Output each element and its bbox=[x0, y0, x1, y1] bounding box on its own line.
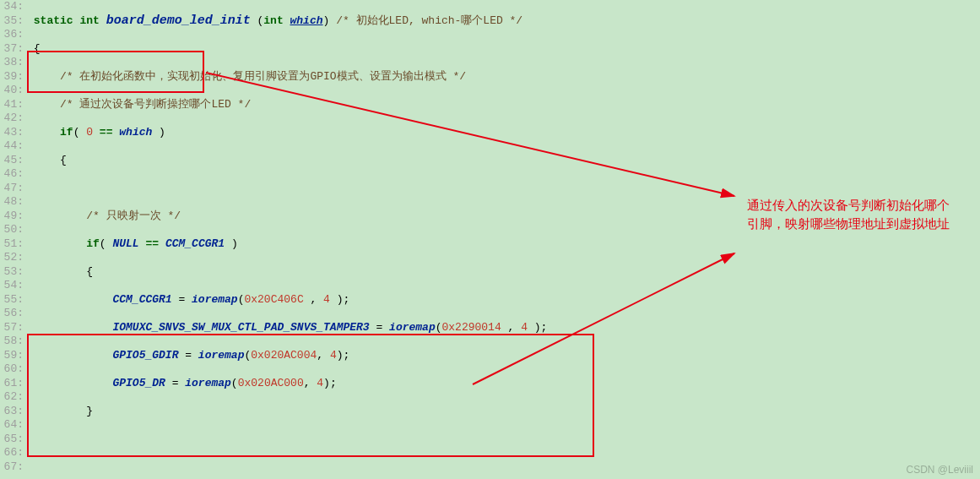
line-number: 44: bbox=[0, 139, 24, 154]
code-line: if( NULL == CCM_CCGR1 ) bbox=[27, 237, 980, 252]
line-number: 64: bbox=[0, 418, 24, 433]
line-number: 39: bbox=[0, 70, 24, 84]
code-line: } bbox=[27, 405, 980, 419]
line-number: 47: bbox=[0, 182, 24, 196]
line-number: 63: bbox=[0, 405, 24, 419]
line-number: 43: bbox=[0, 126, 24, 140]
line-number: 61: bbox=[0, 377, 24, 391]
line-number: 66: bbox=[0, 446, 24, 460]
code-line: static int board_demo_led_init (int whic… bbox=[27, 14, 980, 29]
line-number: 52: bbox=[0, 251, 24, 265]
line-number: 41: bbox=[0, 98, 24, 112]
code-line: { bbox=[27, 265, 980, 280]
line-number: 65: bbox=[0, 433, 24, 447]
code-line: GPIO5_DR = ioremap(0x020AC000, 4); bbox=[27, 377, 980, 391]
code-line bbox=[27, 460, 980, 475]
code-area: static int board_demo_led_init (int whic… bbox=[27, 0, 980, 479]
line-number: 67: bbox=[0, 460, 24, 475]
line-number: 57: bbox=[0, 321, 24, 335]
line-number: 59: bbox=[0, 349, 24, 363]
line-gutter: 34:35:36:37:38:39:40:41:42:43:44:45:46:4… bbox=[0, 0, 27, 479]
code-line: /* 通过次设备号判断操控哪个LED */ bbox=[27, 98, 980, 112]
code-line: GPIO5_GDIR = ioremap(0x020AC004, 4); bbox=[27, 349, 980, 363]
line-number: 42: bbox=[0, 112, 24, 126]
code-line: /* 在初始化函数中，实现初始化、复用引脚设置为GPIO模式、设置为输出模式 *… bbox=[27, 70, 980, 84]
line-number: 58: bbox=[0, 335, 24, 349]
line-number: 54: bbox=[0, 279, 24, 293]
code-editor: 34:35:36:37:38:39:40:41:42:43:44:45:46:4… bbox=[0, 0, 980, 479]
line-number: 55: bbox=[0, 293, 24, 308]
code-line: if( 0 == which ) bbox=[27, 126, 980, 140]
code-line: CCM_CCGR1 = ioremap(0x20C406C , 4 ); bbox=[27, 293, 980, 308]
code-line: IOMUXC_SNVS_SW_MUX_CTL_PAD_SNVS_TAMPER3 … bbox=[27, 321, 980, 335]
code-line bbox=[27, 182, 980, 196]
line-number: 34: bbox=[0, 0, 24, 14]
line-number: 35: bbox=[0, 14, 24, 29]
line-number: 36: bbox=[0, 28, 24, 42]
line-number: 38: bbox=[0, 56, 24, 70]
line-number: 51: bbox=[0, 237, 24, 252]
code-line bbox=[27, 433, 980, 447]
annotation-text: 通过传入的次设备号判断初始化哪个引脚，映射哪些物理地址到虚拟地址 bbox=[747, 196, 950, 233]
line-number: 45: bbox=[0, 154, 24, 168]
line-number: 56: bbox=[0, 307, 24, 321]
line-number: 46: bbox=[0, 167, 24, 182]
line-number: 37: bbox=[0, 42, 24, 57]
line-number: 50: bbox=[0, 223, 24, 237]
line-number: 62: bbox=[0, 390, 24, 405]
code-line: { bbox=[27, 154, 980, 168]
line-number: 40: bbox=[0, 84, 24, 98]
line-number: 53: bbox=[0, 265, 24, 280]
watermark: CSDN @Leviiil bbox=[906, 464, 973, 476]
code-line: { bbox=[27, 42, 980, 57]
line-number: 49: bbox=[0, 210, 24, 224]
line-number: 60: bbox=[0, 362, 24, 377]
line-number: 48: bbox=[0, 195, 24, 210]
